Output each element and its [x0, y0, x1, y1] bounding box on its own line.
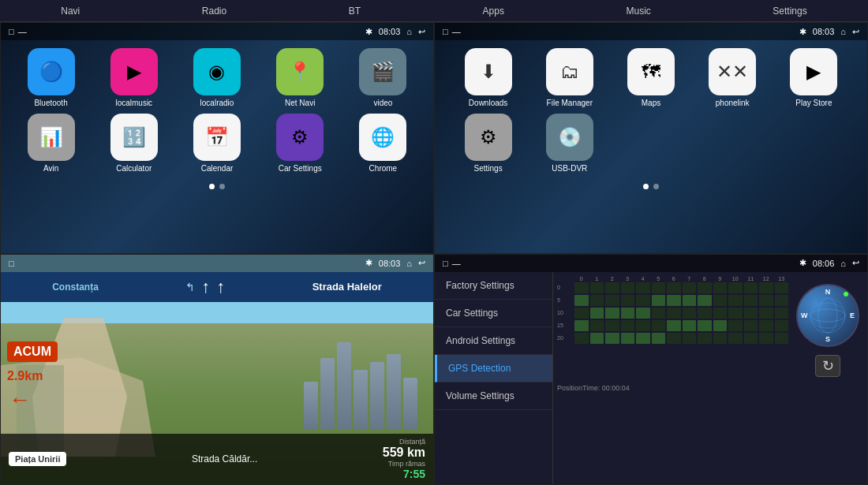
app-label-calculator: Calculator [116, 164, 152, 173]
svg-point-4 [818, 298, 837, 333]
settings-right-panel: 0 1 2 3 4 5 6 7 8 9 10 11 12 13 [553, 272, 867, 485]
gps-cell-1-13 [775, 295, 789, 306]
gps-row-20: 20 [557, 333, 788, 344]
gps-cell-4-13 [775, 333, 789, 344]
app-item-netnavi[interactable]: 📍Net Navi [262, 48, 339, 107]
home-icon-q4: □ [443, 259, 448, 268]
app-item-localradio[interactable]: ◉localradio [178, 48, 255, 107]
back-icon-q1: ↩ [418, 27, 425, 37]
nav-tab-bt[interactable]: BT [339, 6, 370, 17]
app-label-calendar: Calendar [201, 164, 234, 173]
settings-item-car[interactable]: Car Settings [435, 300, 552, 327]
nav-straight-arrow2: ↑ [216, 277, 225, 297]
gps-cell-3-8 [698, 320, 712, 331]
gps-cell-0-0 [574, 282, 589, 293]
status-bar-q1: □ — ✱ 08:03 ⌂ ↩ [1, 23, 433, 40]
app-item-calendar[interactable]: 📅Calendar [178, 114, 255, 173]
gps-cell-0-6 [667, 282, 681, 293]
gps-cell-4-6 [667, 333, 681, 344]
gps-cell-2-8 [698, 308, 712, 319]
settings-item-factory[interactable]: Factory Settings [435, 272, 552, 300]
app-icon-maps: 🗺 [627, 48, 675, 95]
gps-cell-1-0 [574, 295, 589, 306]
nav-tab-radio[interactable]: Radio [193, 6, 236, 17]
app-screen-1: □ — ✱ 08:03 ⌂ ↩ 🔵Bluetooth▶localmusic◉lo… [0, 22, 434, 254]
signal-icon-q4: ⌂ [840, 259, 846, 268]
page-indicator-2 [435, 184, 867, 189]
settings-item-gps[interactable]: GPS Detection [435, 355, 552, 382]
app-item-maps[interactable]: 🗺Maps [613, 48, 688, 107]
gps-refresh-button[interactable]: ↻ [815, 355, 840, 377]
gps-cell-4-0 [574, 333, 589, 344]
app-icon-bluetooth: 🔵 [28, 48, 75, 95]
gps-cell-1-8 [698, 295, 712, 306]
status-bar-q3: □ ✱ 08:03 ⌂ ↩ [1, 255, 433, 272]
bluetooth-status-q3: ✱ [365, 258, 372, 268]
signal-icon-q3: ⌂ [406, 259, 412, 268]
gps-cell-1-1 [590, 295, 604, 306]
app-label-localradio: localradio [200, 99, 234, 107]
gps-cell-0-4 [636, 282, 650, 293]
gps-cell-4-4 [636, 333, 650, 344]
gps-cell-1-5 [652, 295, 666, 306]
app-item-usbdvr[interactable]: 💿USB-DVR [532, 114, 607, 173]
nav-street-label: Strada Halelor [312, 281, 382, 293]
gps-position-time: PositionTime: 00:00:04 [557, 384, 863, 392]
settings-item-android[interactable]: Android Settings [435, 327, 552, 355]
app-label-chrome: Chrome [369, 164, 398, 173]
nav-tab-navi[interactable]: Navi [51, 6, 89, 17]
app-label-phonelink: phonelink [716, 99, 750, 107]
back-icon-q3: ↩ [418, 258, 425, 268]
gps-cell-4-7 [683, 333, 697, 344]
app-label-netnavi: Net Navi [285, 99, 315, 107]
nav-tab-settings[interactable]: Settings [763, 6, 816, 17]
gps-cell-0-8 [698, 282, 712, 293]
gps-cell-0-11 [744, 282, 758, 293]
app-label-downloads: Downloads [469, 99, 507, 107]
nav-piata-label: Piața Unirii [9, 452, 66, 466]
app-label-bluetooth: Bluetooth [34, 99, 67, 107]
gps-cell-2-1 [590, 308, 604, 319]
gps-cell-4-11 [744, 333, 758, 344]
gps-cell-2-3 [621, 308, 635, 319]
app-icon-usbdvr: 💿 [546, 114, 593, 161]
app-item-downloads[interactable]: ⬇Downloads [451, 48, 526, 107]
gps-cell-1-2 [605, 295, 619, 306]
app-item-playstore[interactable]: ▶Play Store [776, 48, 851, 107]
nav-tab-music[interactable]: Music [616, 6, 660, 17]
settings-menu: Factory SettingsCar SettingsAndroid Sett… [435, 272, 553, 485]
gps-row-0: 0 [557, 282, 788, 293]
svg-point-5 [810, 309, 845, 322]
time-q3: 08:03 [379, 259, 401, 268]
app-icon-settings: ⚙ [465, 114, 512, 161]
gps-compass-panel: N S E W ↻ [792, 276, 863, 381]
gps-cell-1-12 [759, 295, 773, 306]
app-item-bluetooth[interactable]: 🔵Bluetooth [13, 48, 89, 107]
gps-row-15: 15 [557, 320, 788, 331]
gps-cell-2-2 [605, 308, 619, 319]
settings-screen: □ — ✱ 08:06 ⌂ ↩ Factory SettingsCar Sett… [434, 254, 868, 486]
app-item-calculator[interactable]: 🔢Calculator [95, 114, 172, 173]
app-item-chrome[interactable]: 🌐Chrome [345, 114, 421, 173]
gps-cell-1-4 [636, 295, 650, 306]
app-item-localmusic[interactable]: ▶localmusic [95, 48, 172, 107]
gps-cell-3-9 [713, 320, 728, 331]
minimize-icon-q1: — [18, 27, 27, 36]
nav-timp-val: 7:55 [383, 468, 425, 480]
nav-left-arrow: ↰ [185, 281, 195, 293]
app-item-filemanager[interactable]: 🗂File Manager [532, 48, 607, 107]
nav-tab-apps[interactable]: Apps [473, 6, 514, 17]
app-item-carsettings[interactable]: ⚙Car Settings [262, 114, 339, 173]
back-icon-q4: ↩ [852, 258, 859, 268]
app-item-phonelink[interactable]: ✕✕phonelink [695, 48, 770, 107]
app-item-avin[interactable]: 📊Avin [13, 114, 89, 173]
app-item-settings[interactable]: ⚙Settings [451, 114, 526, 173]
app-label-video: video [373, 99, 392, 107]
app-label-usbdvr: USB-DVR [552, 164, 587, 173]
settings-item-volume[interactable]: Volume Settings [435, 382, 552, 410]
minimize-icon-q2: — [452, 27, 461, 36]
top-navigation-bar: Navi Radio BT Apps Music Settings [0, 0, 868, 22]
app-item-video[interactable]: 🎬video [345, 48, 421, 107]
app-icon-chrome: 🌐 [359, 114, 406, 161]
compass-globe [804, 292, 851, 339]
